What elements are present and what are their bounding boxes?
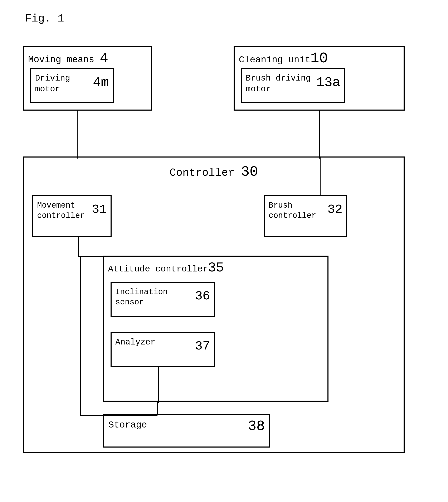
attitude-controller-box: Attitude controller35 Inclination sensor… (103, 256, 328, 402)
inclination-sensor-label: Inclination sensor (115, 287, 168, 308)
line-brush-controller-down (320, 158, 320, 196)
inclination-sensor-box: Inclination sensor 36 (111, 282, 215, 317)
inclination-sensor-number: 36 (195, 289, 210, 303)
brush-controller-number: 32 (327, 202, 342, 217)
figure-label: Fig. 1 (25, 13, 64, 25)
driving-motor-number: 4m (93, 75, 109, 90)
storage-box: Storage 38 (103, 414, 270, 448)
line-h-storage (80, 415, 158, 416)
line-driving-motor-down (77, 111, 78, 159)
movement-controller-number: 31 (92, 202, 107, 217)
page: Fig. 1 Moving means 4 Driving motor 4m C… (0, 0, 448, 502)
controller-box: Controller 30 Movement controller 31 Bru… (23, 157, 405, 453)
brush-controller-label: Brush controller (269, 200, 316, 221)
line-movement-down (78, 237, 79, 257)
brush-driving-motor-box: Brush driving motor 13a (241, 68, 345, 103)
analyzer-number: 37 (195, 339, 210, 353)
moving-means-title: Moving means 4 (28, 50, 108, 66)
cleaning-unit-title: Cleaning unit10 (239, 50, 328, 67)
driving-motor-label: Driving motor (35, 73, 70, 95)
line-analyzer-down (158, 367, 159, 403)
storage-label: Storage (109, 420, 147, 430)
storage-number: 38 (248, 418, 265, 434)
cleaning-unit-box: Cleaning unit10 Brush driving motor 13a (234, 46, 405, 111)
analyzer-label: Analyzer (115, 337, 155, 348)
attitude-controller-title: Attitude controller35 (108, 260, 224, 275)
brush-driving-motor-label: Brush driving motor (246, 73, 311, 95)
movement-controller-box: Movement controller 31 (32, 195, 112, 237)
brush-driving-motor-number: 13a (316, 75, 340, 90)
controller-title: Controller 30 (170, 164, 258, 180)
line-brush-motor-down (319, 111, 320, 159)
moving-means-box: Moving means 4 Driving motor 4m (23, 46, 152, 111)
line-left-up (80, 256, 81, 415)
brush-controller-box: Brush controller 32 (264, 195, 347, 237)
movement-controller-label: Movement controller (37, 200, 85, 221)
analyzer-box: Analyzer 37 (111, 332, 215, 367)
line-movement-right (78, 256, 104, 257)
driving-motor-box: Driving motor 4m (30, 68, 114, 103)
line-attitude-to-storage (157, 402, 158, 415)
